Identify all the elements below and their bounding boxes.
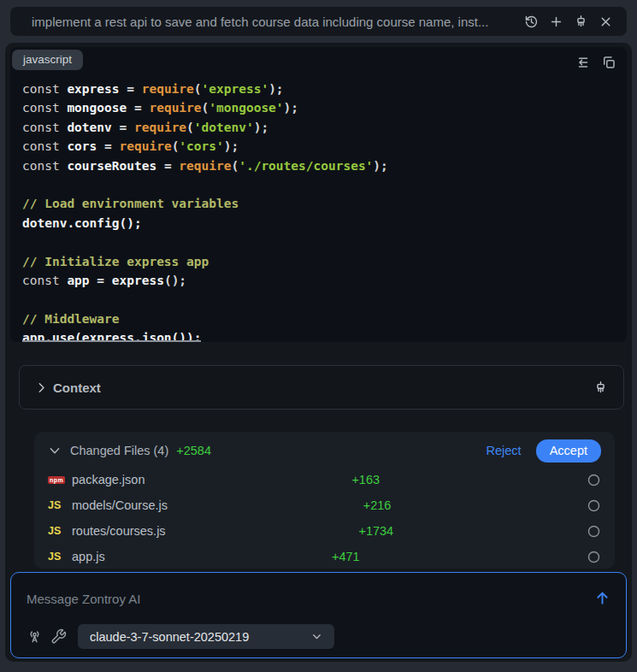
message-input[interactable] [27, 592, 574, 606]
conversation-title: implement a rest api to save and fetch c… [32, 15, 524, 29]
broom-clear-context-icon[interactable] [593, 380, 608, 395]
code-content: const express = require('express');const… [10, 78, 627, 342]
close-icon[interactable] [599, 15, 613, 29]
context-label: Context [53, 380, 593, 395]
conversation-title-bar: implement a rest api to save and fetch c… [10, 7, 627, 36]
chevron-down-icon [311, 631, 322, 642]
history-icon[interactable] [524, 15, 539, 29]
file-name: package.json [72, 473, 145, 486]
changed-files-title: Changed Files (4) [70, 444, 168, 457]
antenna-broadcast-icon[interactable] [27, 628, 43, 645]
file-name: routes/courses.js [72, 524, 166, 538]
file-added-lines: +1734 [166, 524, 587, 538]
composer-toolbar: claude-3-7-sonnet-20250219 [27, 624, 334, 649]
clipped-code-line [22, 340, 201, 342]
model-name: claude-3-7-sonnet-20250219 [90, 630, 249, 644]
chevron-right-icon [35, 381, 48, 394]
npm-icon: npm [48, 476, 65, 484]
file-status-circle-icon[interactable] [587, 498, 601, 513]
message-composer: claude-3-7-sonnet-20250219 [10, 572, 627, 658]
copy-icon[interactable] [601, 55, 616, 70]
wrench-tools-icon[interactable] [50, 628, 67, 645]
js-icon: JS [48, 551, 61, 563]
file-row[interactable]: JS app.js +471 [48, 544, 601, 569]
file-row[interactable]: JS routes/courses.js +1734 [48, 518, 601, 544]
changed-files-panel: Changed Files (4) +2584 Reject Accept np… [34, 432, 615, 569]
js-icon: JS [48, 525, 61, 537]
file-status-circle-icon[interactable] [587, 524, 601, 539]
insert-at-cursor-icon[interactable] [575, 55, 591, 70]
file-name: models/Course.js [72, 498, 168, 512]
title-bar-actions [524, 15, 613, 29]
reject-button[interactable]: Reject [487, 444, 522, 457]
file-added-lines: +216 [168, 498, 587, 512]
file-added-lines: +471 [105, 550, 587, 563]
file-row[interactable]: JS models/Course.js +216 [48, 492, 601, 518]
new-chat-plus-icon[interactable] [549, 15, 563, 29]
code-block-actions [575, 55, 616, 70]
code-block: javascript const express = require('expr… [10, 47, 627, 342]
file-status-circle-icon[interactable] [587, 473, 601, 487]
changed-files-list: npm package.json +163 JS models/Course.j… [48, 467, 601, 569]
chevron-down-icon[interactable] [48, 444, 62, 457]
context-section[interactable]: Context [19, 365, 624, 410]
total-added-badge: +2584 [176, 444, 211, 457]
send-arrow-icon[interactable] [594, 590, 610, 606]
accept-button[interactable]: Accept [536, 439, 601, 463]
js-icon: JS [48, 499, 61, 511]
file-name: app.js [72, 550, 105, 563]
code-language-tab: javascript [12, 50, 83, 70]
file-row[interactable]: npm package.json +163 [48, 467, 601, 492]
model-selector[interactable]: claude-3-7-sonnet-20250219 [78, 624, 334, 649]
file-status-circle-icon[interactable] [587, 550, 601, 564]
broom-clear-icon[interactable] [574, 15, 588, 29]
changed-files-header: Changed Files (4) +2584 Reject Accept [48, 434, 601, 467]
file-added-lines: +163 [145, 473, 587, 486]
